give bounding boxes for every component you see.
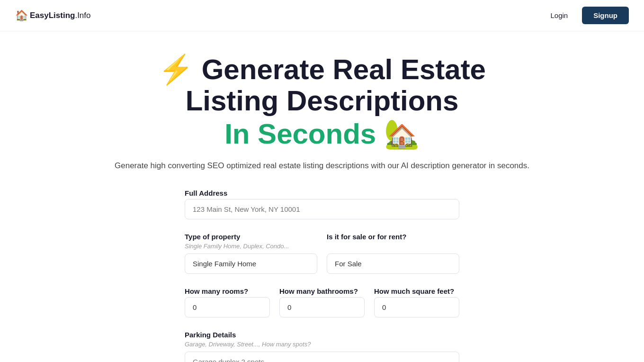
hero-title-line1: ⚡ Generate Real Estate (9, 54, 635, 85)
bathrooms-input[interactable] (279, 297, 365, 317)
sale-rent-input[interactable] (327, 253, 459, 274)
bolt-emoji: ⚡ (158, 54, 194, 85)
stats-row: How many rooms? How many bathrooms? How … (185, 287, 459, 317)
sale-rent-group: Is it for sale or for rent? (327, 233, 459, 274)
rooms-input[interactable] (185, 297, 270, 317)
sqft-group: How much square feet? (374, 287, 459, 317)
parking-input[interactable] (185, 352, 459, 362)
rooms-group: How many rooms? (185, 287, 270, 317)
hero-title-block: ⚡ Generate Real Estate Listing Descripti… (9, 54, 635, 150)
property-sale-row: Type of property Single Family Home, Dup… (185, 233, 459, 274)
listing-form: Full Address Type of property Single Fam… (175, 189, 469, 362)
house-emoji: 🏡 (384, 118, 420, 150)
sqft-input[interactable] (374, 297, 459, 317)
bathrooms-group: How many bathrooms? (279, 287, 365, 317)
logo[interactable]: 🏠 EasyListing.Info (15, 9, 91, 22)
hero-title-text1: Generate Real Estate (202, 54, 486, 85)
parking-label: Parking Details (185, 331, 459, 339)
hero-description: Generate high converting SEO optimized r… (9, 159, 635, 172)
sqft-label: How much square feet? (374, 287, 459, 295)
parking-group: Parking Details Garage, Driveway, Street… (185, 331, 459, 362)
logo-emoji: 🏠 (15, 9, 28, 22)
property-type-label: Type of property (185, 233, 317, 241)
hero-section: ⚡ Generate Real Estate Listing Descripti… (0, 31, 644, 189)
property-type-hint: Single Family Home, Duplex, Condo... (185, 243, 317, 250)
property-type-group: Type of property Single Family Home, Dup… (185, 233, 317, 274)
logo-text: EasyListing.Info (30, 11, 91, 20)
bathrooms-label: How many bathrooms? (279, 287, 365, 295)
hero-title-line3: In Seconds 🏡 (9, 118, 635, 150)
nav-right: Login Signup (544, 7, 629, 24)
signup-button[interactable]: Signup (582, 7, 629, 24)
address-input[interactable] (185, 199, 459, 219)
navbar: 🏠 EasyListing.Info Login Signup (0, 0, 644, 31)
sale-rent-label: Is it for sale or for rent? (327, 233, 459, 241)
rooms-label: How many rooms? (185, 287, 270, 295)
parking-hint: Garage, Driveway, Street..., How many sp… (185, 341, 459, 348)
address-label: Full Address (185, 189, 459, 197)
property-type-input[interactable] (185, 253, 317, 274)
address-group: Full Address (185, 189, 459, 219)
sale-rent-hint (327, 243, 459, 250)
login-button[interactable]: Login (544, 8, 574, 23)
hero-title-line2: Listing Descriptions (9, 85, 635, 117)
